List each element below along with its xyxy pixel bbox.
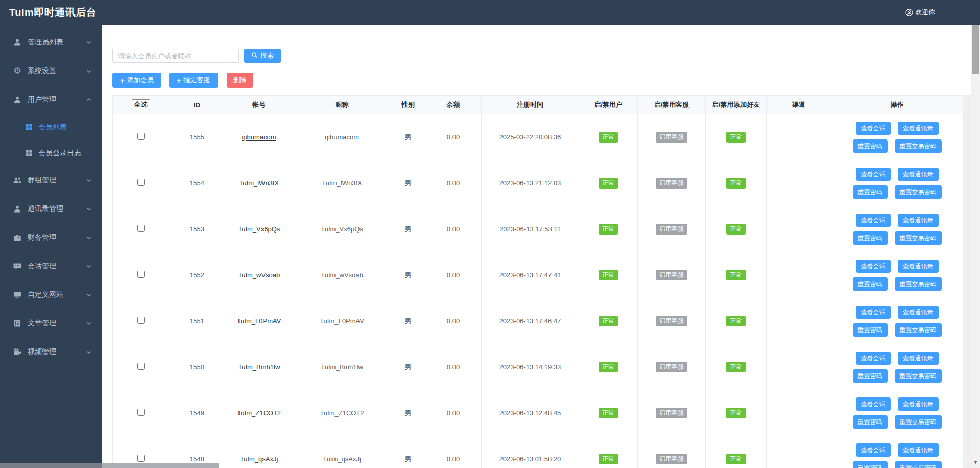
- row-checkbox[interactable]: [137, 363, 145, 370]
- sidebar-item-contacts-management[interactable]: 通讯录管理: [0, 195, 102, 223]
- account-link[interactable]: TuIm_L0PmAV: [237, 317, 281, 325]
- view-contacts-button[interactable]: 查看通讯录: [898, 352, 939, 365]
- friend-status-badge[interactable]: 正常: [726, 270, 746, 280]
- service-status-badge[interactable]: 启用客服: [656, 362, 687, 372]
- select-all-button[interactable]: 全选: [132, 99, 150, 110]
- delete-button[interactable]: 删除: [227, 73, 253, 88]
- service-status-badge[interactable]: 启用客服: [656, 454, 687, 464]
- view-session-button[interactable]: 查看会话: [856, 352, 891, 365]
- service-status-badge[interactable]: 启用客服: [656, 408, 687, 418]
- friend-status-badge[interactable]: 正常: [726, 224, 746, 234]
- sidebar-item-custom-website[interactable]: 自定义网站: [0, 280, 102, 309]
- cell-balance: 0.00: [425, 344, 482, 390]
- service-status-badge[interactable]: 启用客服: [656, 132, 687, 142]
- friend-status-badge[interactable]: 正常: [726, 362, 746, 372]
- view-session-button[interactable]: 查看会话: [856, 260, 891, 273]
- reset-trade-password-button[interactable]: 重置交易密码: [895, 323, 942, 337]
- reset-password-button[interactable]: 重置密码: [853, 461, 888, 468]
- reset-trade-password-button[interactable]: 重置交易密码: [895, 461, 942, 468]
- reset-trade-password-button[interactable]: 重置交易密码: [895, 415, 942, 429]
- view-session-button[interactable]: 查看会话: [856, 214, 891, 227]
- friend-status-badge[interactable]: 正常: [726, 408, 746, 418]
- horizontal-scrollbar-thumb[interactable]: [0, 463, 219, 468]
- row-checkbox[interactable]: [137, 225, 145, 232]
- view-contacts-button[interactable]: 查看通讯录: [898, 306, 939, 319]
- view-contacts-button[interactable]: 查看通讯录: [898, 443, 939, 457]
- user-status-badge[interactable]: 正常: [599, 270, 618, 280]
- vertical-scrollbar-thumb[interactable]: [972, 25, 979, 74]
- service-status-badge[interactable]: 启用客服: [656, 178, 687, 188]
- view-session-button[interactable]: 查看会话: [856, 397, 891, 411]
- account-link[interactable]: TuIm_lWn3fX: [239, 179, 279, 187]
- cell-gender: 男: [391, 344, 425, 390]
- account-link[interactable]: TuIm_wVsoab: [238, 271, 280, 279]
- reset-password-button[interactable]: 重置密码: [853, 277, 888, 291]
- sidebar-item-system-settings[interactable]: ⚙ 系统设置: [0, 57, 102, 85]
- row-checkbox[interactable]: [137, 179, 145, 186]
- account-link[interactable]: TuIm_qsAxJj: [240, 455, 278, 463]
- search-input[interactable]: [112, 49, 239, 63]
- sidebar-item-video-management[interactable]: 视频管理: [0, 338, 102, 366]
- account-link[interactable]: TuIm_Bmh1lw: [238, 363, 280, 371]
- friend-status-badge[interactable]: 正常: [726, 316, 746, 326]
- sidebar-item-member-list[interactable]: 会员列表: [0, 114, 102, 140]
- view-contacts-button[interactable]: 查看通讯录: [898, 260, 939, 273]
- reset-password-button[interactable]: 重置密码: [853, 185, 888, 199]
- view-contacts-button[interactable]: 查看通讯录: [898, 168, 939, 181]
- service-status-badge[interactable]: 启用客服: [656, 224, 687, 234]
- welcome-area[interactable]: 欢迎你: [905, 8, 935, 17]
- user-status-badge[interactable]: 正常: [599, 454, 618, 464]
- reset-password-button[interactable]: 重置密码: [853, 369, 888, 383]
- sidebar: 管理员列表 ⚙ 系统设置 用户管理 会员列表 会员登录日志 群组管理 通讯录管理…: [0, 25, 102, 468]
- user-status-badge[interactable]: 正常: [599, 408, 618, 418]
- row-checkbox[interactable]: [137, 455, 145, 462]
- reset-password-button[interactable]: 重置密码: [853, 415, 888, 429]
- sidebar-item-finance-management[interactable]: 财务管理: [0, 223, 102, 252]
- sidebar-item-article-management[interactable]: 文章管理: [0, 309, 102, 338]
- reset-password-button[interactable]: 重置密码: [853, 231, 888, 245]
- user-status-badge[interactable]: 正常: [599, 316, 618, 326]
- add-member-button[interactable]: + 添加会员: [112, 73, 161, 88]
- account-link[interactable]: qibumacom: [242, 133, 276, 141]
- search-button[interactable]: 搜索: [244, 49, 281, 63]
- account-link[interactable]: TuIm_Z1COT2: [237, 409, 281, 417]
- sidebar-item-member-login-log[interactable]: 会员登录日志: [0, 140, 102, 166]
- cell-id: 1553: [169, 206, 225, 252]
- reset-trade-password-button[interactable]: 重置交易密码: [895, 277, 942, 291]
- column-header-id: ID: [169, 96, 225, 114]
- view-contacts-button[interactable]: 查看通讯录: [898, 214, 939, 227]
- user-status-badge[interactable]: 正常: [599, 178, 618, 188]
- user-status-badge[interactable]: 正常: [599, 224, 618, 234]
- sidebar-item-group-management[interactable]: 群组管理: [0, 166, 102, 195]
- view-session-button[interactable]: 查看会话: [856, 122, 891, 135]
- service-status-badge[interactable]: 启用客服: [656, 270, 687, 280]
- view-session-button[interactable]: 查看会话: [856, 168, 891, 181]
- row-checkbox[interactable]: [137, 409, 145, 416]
- view-contacts-button[interactable]: 查看通讯录: [898, 397, 939, 411]
- row-checkbox[interactable]: [137, 271, 145, 278]
- row-checkbox[interactable]: [137, 317, 145, 324]
- friend-status-badge[interactable]: 正常: [726, 178, 746, 188]
- reset-trade-password-button[interactable]: 重置交易密码: [895, 139, 942, 153]
- reset-password-button[interactable]: 重置密码: [853, 139, 888, 153]
- account-link[interactable]: TuIm_Vx6pQs: [238, 225, 280, 233]
- reset-trade-password-button[interactable]: 重置交易密码: [895, 185, 942, 199]
- view-session-button[interactable]: 查看会话: [856, 306, 891, 319]
- user-status-badge[interactable]: 正常: [599, 362, 618, 372]
- view-session-button[interactable]: 查看会话: [856, 443, 891, 457]
- reset-password-button[interactable]: 重置密码: [853, 323, 888, 337]
- sidebar-item-user-management[interactable]: 用户管理: [0, 85, 102, 114]
- friend-status-badge[interactable]: 正常: [726, 132, 746, 142]
- service-status-badge[interactable]: 启用客服: [656, 316, 687, 326]
- assign-service-button[interactable]: + 指定客服: [169, 73, 218, 88]
- view-contacts-button[interactable]: 查看通讯录: [898, 122, 939, 135]
- sidebar-item-session-management[interactable]: 会话管理: [0, 252, 102, 280]
- row-checkbox[interactable]: [137, 133, 145, 140]
- friend-status-badge[interactable]: 正常: [726, 454, 746, 464]
- reset-trade-password-button[interactable]: 重置交易密码: [895, 231, 942, 245]
- reset-trade-password-button[interactable]: 重置交易密码: [895, 369, 942, 383]
- vertical-scrollbar[interactable]: ▼: [971, 25, 980, 468]
- scroll-down-arrow-icon[interactable]: ▼: [971, 460, 980, 465]
- user-status-badge[interactable]: 正常: [599, 132, 618, 142]
- sidebar-item-admin-list[interactable]: 管理员列表: [0, 28, 102, 57]
